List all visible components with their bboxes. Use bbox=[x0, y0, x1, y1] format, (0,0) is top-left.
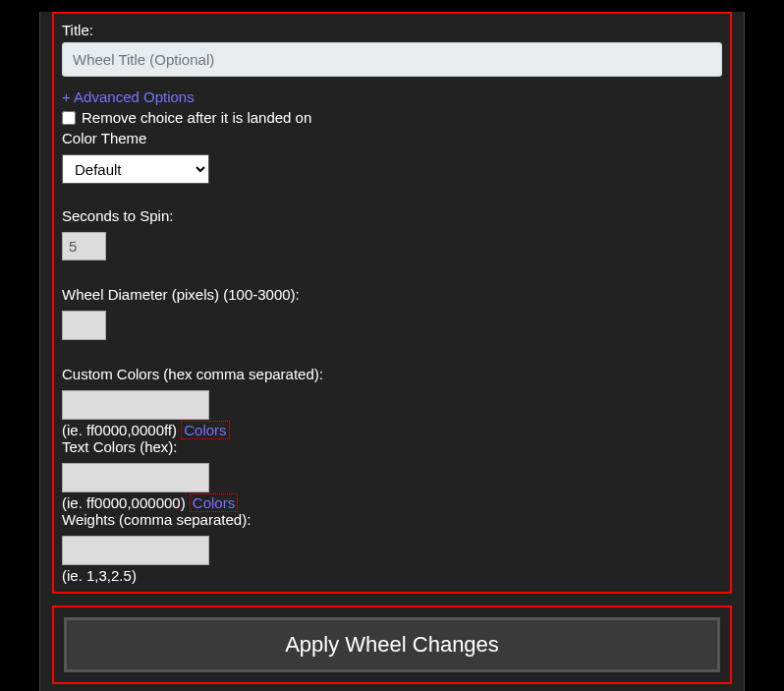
seconds-group: Seconds to Spin: bbox=[62, 207, 722, 260]
custom-colors-link[interactable]: Colors bbox=[181, 421, 229, 439]
color-theme-select[interactable]: Default bbox=[62, 154, 209, 184]
custom-colors-label: Custom Colors (hex comma separated): bbox=[62, 366, 722, 382]
text-colors-label: Text Colors (hex): bbox=[62, 438, 722, 455]
advanced-options-link[interactable]: + Advanced Options bbox=[62, 88, 195, 105]
weights-hint: (ie. 1,3,2.5) bbox=[62, 567, 722, 584]
button-section: Apply Wheel Changes bbox=[52, 605, 732, 684]
color-theme-label: Color Theme bbox=[62, 130, 722, 146]
form-section: Title: + Advanced Options Remove choice … bbox=[52, 12, 732, 594]
custom-colors-hint: (ie. ff0000,0000ff) Colors bbox=[62, 422, 722, 438]
weights-group: Weights (comma separated): (ie. 1,3,2.5) bbox=[62, 511, 722, 584]
settings-container: Title: + Advanced Options Remove choice … bbox=[39, 12, 745, 691]
diameter-input[interactable] bbox=[62, 311, 106, 340]
custom-colors-input[interactable] bbox=[62, 390, 209, 420]
custom-colors-hint-text: (ie. ff0000,0000ff) bbox=[62, 422, 181, 438]
diameter-label: Wheel Diameter (pixels) (100-3000): bbox=[62, 286, 722, 303]
custom-colors-group: Custom Colors (hex comma separated): (ie… bbox=[62, 366, 722, 438]
weights-input[interactable] bbox=[62, 536, 209, 565]
text-colors-group: Text Colors (hex): (ie. ff0000,000000) C… bbox=[62, 438, 722, 511]
text-colors-hint-text: (ie. ff0000,000000) bbox=[62, 494, 190, 511]
remove-choice-label: Remove choice after it is landed on bbox=[82, 109, 311, 126]
title-input[interactable] bbox=[62, 42, 722, 77]
title-label: Title: bbox=[62, 22, 722, 38]
seconds-input[interactable] bbox=[62, 232, 106, 260]
text-colors-link[interactable]: Colors bbox=[190, 493, 238, 512]
remove-choice-row: Remove choice after it is landed on bbox=[62, 109, 722, 126]
text-colors-input[interactable] bbox=[62, 463, 209, 492]
seconds-label: Seconds to Spin: bbox=[62, 207, 722, 224]
text-colors-hint: (ie. ff0000,000000) Colors bbox=[62, 494, 722, 511]
diameter-group: Wheel Diameter (pixels) (100-3000): bbox=[62, 286, 722, 340]
apply-wheel-changes-button[interactable]: Apply Wheel Changes bbox=[64, 617, 720, 672]
remove-choice-checkbox[interactable] bbox=[62, 111, 76, 125]
weights-label: Weights (comma separated): bbox=[62, 511, 722, 528]
